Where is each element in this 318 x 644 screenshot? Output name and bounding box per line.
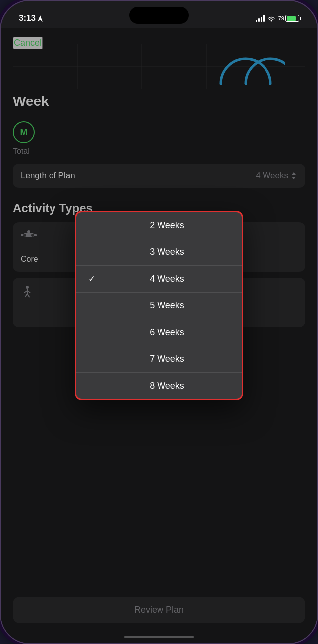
dropdown-item-5weeks[interactable]: 5 Weeks bbox=[76, 293, 242, 319]
dropdown-check-7weeks bbox=[88, 354, 98, 364]
battery-box bbox=[285, 15, 299, 22]
signal-icon bbox=[256, 15, 265, 22]
dropdown-check-3weeks bbox=[88, 248, 98, 257]
battery-indicator: 79 bbox=[278, 15, 299, 22]
dropdown-item-8weeks[interactable]: 8 Weeks bbox=[76, 373, 242, 399]
status-bar: 3:13 bbox=[1, 1, 317, 28]
dropdown-item-7weeks[interactable]: 7 Weeks bbox=[76, 346, 242, 373]
status-icons: 79 bbox=[256, 15, 299, 22]
dropdown-check-8weeks bbox=[88, 381, 98, 391]
dropdown-text-3weeks: 3 Weeks bbox=[104, 247, 230, 257]
status-time: 3:13 bbox=[19, 13, 43, 23]
dropdown-menu: 2 Weeks 3 Weeks ✓ 4 Weeks bbox=[75, 211, 243, 400]
dropdown-text-2weeks: 2 Weeks bbox=[104, 220, 230, 231]
dynamic-island bbox=[129, 7, 189, 24]
phone-frame: 3:13 bbox=[0, 0, 318, 644]
dropdown-overlay: 2 Weeks 3 Weeks ✓ 4 Weeks bbox=[1, 28, 317, 643]
dropdown-text-8weeks: 8 Weeks bbox=[104, 381, 230, 391]
svg-point-0 bbox=[270, 20, 272, 21]
dropdown-check-6weeks bbox=[88, 328, 98, 338]
dropdown-item-2weeks[interactable]: 2 Weeks bbox=[76, 212, 242, 239]
dropdown-text-7weeks: 7 Weeks bbox=[104, 354, 230, 364]
dropdown-item-4weeks[interactable]: ✓ 4 Weeks bbox=[76, 266, 242, 293]
dropdown-text-6weeks: 6 Weeks bbox=[104, 327, 230, 338]
location-icon bbox=[38, 15, 43, 22]
battery-fill bbox=[287, 16, 296, 21]
battery-percentage: 79 bbox=[278, 15, 284, 21]
screen: 3:13 bbox=[1, 1, 317, 643]
wifi-icon bbox=[267, 15, 275, 22]
dropdown-item-6weeks[interactable]: 6 Weeks bbox=[76, 319, 242, 346]
dropdown-check-2weeks bbox=[88, 221, 98, 231]
dropdown-text-5weeks: 5 Weeks bbox=[104, 300, 230, 311]
main-content: Cancel bbox=[1, 28, 317, 643]
dropdown-item-3weeks[interactable]: 3 Weeks bbox=[76, 239, 242, 266]
dropdown-text-4weeks: 4 Weeks bbox=[104, 274, 230, 284]
time-display: 3:13 bbox=[19, 13, 36, 23]
dropdown-check-5weeks bbox=[88, 301, 98, 311]
dropdown-check-4weeks: ✓ bbox=[88, 274, 98, 284]
